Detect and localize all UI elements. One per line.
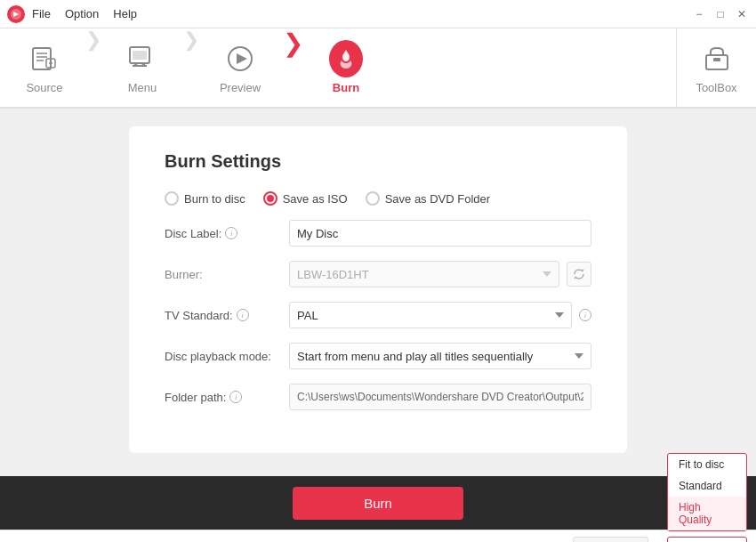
radio-save-iso-circle <box>263 191 277 206</box>
toolbox-icon <box>700 42 734 76</box>
nav-tabs-inner: Source ❯ Menu ❯ <box>0 28 676 107</box>
status-bar: 95M/4.30G DVD (4.7G) ▼ High Quali Fit to… <box>0 530 756 542</box>
quality-fit-to-disc[interactable]: Fit to disc <box>668 454 746 475</box>
minimize-button[interactable]: − <box>692 8 706 20</box>
title-bar: File Option Help − □ ✕ <box>0 0 756 28</box>
quality-high-quality[interactable]: High Quality <box>668 497 746 530</box>
disc-button[interactable]: DVD (4.7G) <box>573 537 648 543</box>
radio-burn-disc-label: Burn to disc <box>184 192 245 206</box>
radio-save-iso[interactable]: Save as ISO <box>263 191 348 206</box>
radio-save-dvd-circle <box>366 191 380 206</box>
radio-save-dvd[interactable]: Save as DVD Folder <box>366 191 491 206</box>
disc-label-input[interactable] <box>289 220 591 247</box>
folder-path-row: Folder path: i <box>165 384 591 410</box>
quality-menu: Fit to disc Standard High Quality <box>667 453 747 531</box>
radio-save-dvd-label: Save as DVD Folder <box>385 192 491 206</box>
folder-path-label: Folder path: i <box>165 391 289 404</box>
radio-row: Burn to disc Save as ISO Save as DVD Fol… <box>165 191 591 206</box>
quality-standard[interactable]: Standard <box>668 475 746 497</box>
burner-label: Burner: <box>165 268 289 281</box>
maximize-button[interactable]: □ <box>713 8 728 20</box>
tv-standard-label: TV Standard: i <box>165 309 289 322</box>
chevron-1: ❯ <box>85 28 101 107</box>
chevron-3: ❯ <box>283 28 303 107</box>
preview-icon <box>223 42 257 76</box>
chevron-2: ❯ <box>183 28 199 107</box>
menu-bar: File Option Help <box>32 7 137 20</box>
menu-icon <box>125 42 159 76</box>
nav-tabs: Source ❯ Menu ❯ <box>0 28 756 109</box>
quality-button[interactable]: High Quali <box>667 537 747 543</box>
toolbox-label: ToolBox <box>696 81 736 94</box>
source-label: Source <box>26 81 62 94</box>
tv-standard-select[interactable]: PAL NTSC <box>289 302 572 328</box>
tab-source[interactable]: Source <box>0 28 89 107</box>
radio-burn-disc-circle <box>165 191 179 206</box>
card-title: Burn Settings <box>165 151 591 172</box>
disc-label-row: Disc Label: i <box>165 220 591 247</box>
radio-burn-disc[interactable]: Burn to disc <box>165 191 245 206</box>
menu-option[interactable]: Option <box>65 7 99 20</box>
burn-settings-card: Burn Settings Burn to disc Save as ISO S… <box>129 126 627 453</box>
burner-controls: LBW-16D1HT <box>289 261 591 287</box>
radio-group: Burn to disc Save as ISO Save as DVD Fol… <box>165 191 490 206</box>
disc-playback-row: Disc playback mode: Start from menu and … <box>165 343 591 369</box>
folder-path-input[interactable] <box>289 384 591 410</box>
burn-icon <box>329 42 363 76</box>
close-button[interactable]: ✕ <box>735 8 749 20</box>
source-icon <box>28 42 61 76</box>
refresh-button[interactable] <box>567 262 591 287</box>
burn-button[interactable]: Burn <box>293 487 463 520</box>
disc-playback-label: Disc playback mode: <box>165 350 289 363</box>
menu-help[interactable]: Help <box>113 7 137 20</box>
main-content: Burn Settings Burn to disc Save as ISO S… <box>0 109 756 476</box>
tv-standard-controls: PAL NTSC i <box>289 302 591 328</box>
tv-standard-info-icon[interactable]: i <box>237 309 249 321</box>
burner-row: Burner: LBW-16D1HT <box>165 261 591 287</box>
disc-label-info-icon[interactable]: i <box>225 227 237 239</box>
menu-label: Menu <box>128 81 157 94</box>
tv-standard-info2-icon[interactable]: i <box>579 309 591 321</box>
burn-label: Burn <box>333 81 359 94</box>
svg-marker-14 <box>237 53 247 64</box>
tab-preview[interactable]: Preview <box>196 28 285 107</box>
window-controls: − □ ✕ <box>692 8 749 20</box>
disc-label-label: Disc Label: i <box>165 227 289 240</box>
disc-playback-select[interactable]: Start from menu and play all titles sequ… <box>289 343 591 369</box>
folder-path-info-icon[interactable]: i <box>229 391 242 403</box>
burn-bar: Burn <box>0 476 756 530</box>
menu-file[interactable]: File <box>32 7 51 20</box>
tv-standard-row: TV Standard: i PAL NTSC i <box>165 302 591 328</box>
app-logo <box>7 5 25 23</box>
preview-label: Preview <box>220 81 261 94</box>
radio-save-iso-label: Save as ISO <box>283 192 348 206</box>
burner-select[interactable]: LBW-16D1HT <box>289 261 559 287</box>
svg-rect-15 <box>706 55 728 69</box>
quality-dropdown: High Quali Fit to disc Standard High Qua… <box>667 537 747 543</box>
svg-rect-16 <box>713 58 720 61</box>
tab-burn[interactable]: Burn <box>302 28 390 107</box>
tab-menu[interactable]: Menu <box>98 28 187 107</box>
disc-selector: DVD (4.7G) ▼ <box>573 537 660 543</box>
tab-toolbox[interactable]: ToolBox <box>676 28 756 107</box>
svg-rect-9 <box>133 51 147 60</box>
